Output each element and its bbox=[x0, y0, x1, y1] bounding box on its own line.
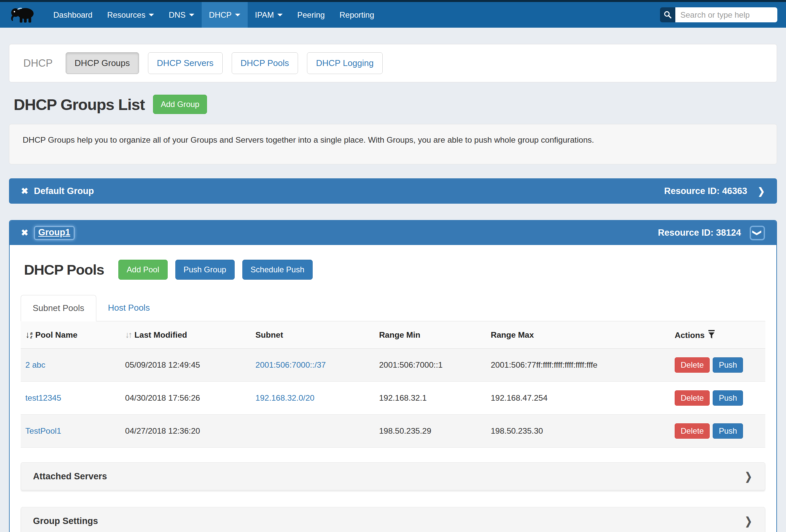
pool-name-link[interactable]: test12345 bbox=[25, 393, 61, 402]
description-panel: DHCP Groups help you to organize all of … bbox=[9, 124, 777, 164]
description-text: DHCP Groups help you to organize all of … bbox=[23, 135, 594, 144]
accordion-label: Attached Servers bbox=[33, 471, 107, 482]
header-label: Actions bbox=[675, 331, 705, 340]
group-panel-group1: ✖ Group1 Resource ID: 38124 ❯ DHCP Pools… bbox=[9, 220, 777, 532]
nav-label: Resources bbox=[107, 10, 145, 20]
delete-group-icon[interactable]: ✖ bbox=[21, 186, 28, 196]
accordion-attached-servers[interactable]: Attached Servers ❯ bbox=[21, 462, 765, 490]
tab-dhcp-servers[interactable]: DHCP Servers bbox=[148, 52, 223, 74]
range-max: 2001:506:77ff:ffff:ffff:ffff:ffff:fffe bbox=[491, 360, 597, 369]
nav-item-peering[interactable]: Peering bbox=[290, 2, 332, 28]
resource-id-label: Resource ID: 46363 bbox=[664, 186, 747, 196]
tab-dhcp-groups[interactable]: DHCP Groups bbox=[66, 52, 139, 74]
group-header-group1[interactable]: ✖ Group1 Resource ID: 38124 ❯ bbox=[10, 221, 776, 245]
pool-name-link[interactable]: 2 abc bbox=[25, 360, 45, 369]
accordion-group-settings[interactable]: Group Settings ❯ bbox=[21, 507, 765, 532]
dhcp-subnav-panel: DHCP DHCP Groups DHCP Servers DHCP Pools… bbox=[9, 44, 777, 82]
table-row: test12345 04/30/2018 17:56:26 192.168.32… bbox=[21, 381, 765, 415]
nav-item-dns[interactable]: DNS bbox=[161, 2, 202, 28]
resource-id-label: Resource ID: 38124 bbox=[658, 228, 741, 238]
tab-dhcp-logging[interactable]: DHCP Logging bbox=[307, 52, 383, 74]
chevron-right-icon: ❯ bbox=[745, 515, 752, 527]
header-last-modified[interactable]: ↓↑Last Modified bbox=[120, 321, 251, 349]
nav-item-dhcp[interactable]: DHCP bbox=[202, 2, 248, 28]
delete-group-icon[interactable]: ✖ bbox=[21, 228, 28, 238]
delete-button[interactable]: Delete bbox=[675, 390, 710, 406]
pools-table: ↓azPool Name ↓↑Last Modified Subnet Rang… bbox=[21, 321, 765, 448]
nav-label: DHCP bbox=[209, 10, 232, 20]
mammoth-logo[interactable] bbox=[9, 5, 38, 25]
nav-item-dashboard[interactable]: Dashboard bbox=[46, 2, 100, 28]
search-input[interactable] bbox=[675, 7, 777, 22]
header-label: Subnet bbox=[255, 330, 283, 339]
last-modified: 04/30/2018 17:56:26 bbox=[125, 393, 200, 402]
header-subnet: Subnet bbox=[251, 321, 374, 349]
title-row: DHCP Groups List Add Group bbox=[9, 95, 777, 114]
push-group-button[interactable]: Push Group bbox=[175, 260, 235, 280]
pools-title: DHCP Pools bbox=[24, 262, 104, 278]
chevron-down-icon bbox=[189, 14, 194, 16]
header-label: Last Modified bbox=[134, 330, 187, 339]
table-header-row: ↓azPool Name ↓↑Last Modified Subnet Rang… bbox=[21, 321, 765, 349]
header-actions: Actions bbox=[670, 321, 765, 349]
nav-item-reporting[interactable]: Reporting bbox=[332, 2, 382, 28]
last-modified: 04/27/2018 12:36:20 bbox=[125, 426, 200, 435]
range-min: 198.50.235.29 bbox=[379, 426, 431, 435]
add-pool-button[interactable]: Add Pool bbox=[118, 260, 167, 280]
subnet-link[interactable]: 2001:506:7000::/37 bbox=[255, 360, 326, 369]
tab-host-pools[interactable]: Host Pools bbox=[96, 295, 162, 321]
row-actions: Delete Push bbox=[675, 423, 761, 439]
range-min: 2001:506:7000::1 bbox=[379, 360, 443, 369]
nav-label: IPAM bbox=[255, 10, 274, 20]
main-navbar: Dashboard Resources DNS DHCP IPAM Peerin… bbox=[0, 2, 786, 28]
header-range-min: Range Min bbox=[374, 321, 486, 349]
group-bar-right: Resource ID: 38124 ❯ bbox=[658, 226, 765, 240]
range-max: 198.50.235.30 bbox=[491, 426, 543, 435]
chevron-down-icon bbox=[235, 14, 240, 16]
table-row: TestPool1 04/27/2018 12:36:20 198.50.235… bbox=[21, 415, 765, 448]
delete-button[interactable]: Delete bbox=[675, 423, 710, 439]
nav-label: Dashboard bbox=[53, 10, 92, 20]
push-button[interactable]: Push bbox=[713, 390, 743, 406]
header-label: Range Min bbox=[379, 330, 420, 339]
collapse-toggle[interactable]: ❯ bbox=[750, 226, 765, 240]
search-icon[interactable] bbox=[660, 7, 675, 22]
delete-button[interactable]: Delete bbox=[675, 357, 710, 373]
header-pool-name[interactable]: ↓azPool Name bbox=[21, 321, 120, 349]
group-name-link[interactable]: Group1 bbox=[34, 226, 75, 240]
accordion-label: Group Settings bbox=[33, 516, 98, 526]
section-label: DHCP bbox=[23, 57, 53, 69]
group-bar-right: Resource ID: 46363 ❯ bbox=[664, 186, 765, 196]
nav-item-ipam[interactable]: IPAM bbox=[248, 2, 290, 28]
sort-alpha-icon[interactable]: ↓az bbox=[25, 330, 33, 340]
group-bar-default-group[interactable]: ✖ Default Group Resource ID: 46363 ❯ bbox=[9, 178, 777, 204]
nav-label: DNS bbox=[169, 10, 186, 20]
chevron-down-icon: ❯ bbox=[752, 230, 762, 236]
nav-items: Dashboard Resources DNS DHCP IPAM Peerin… bbox=[46, 2, 382, 28]
schedule-push-button[interactable]: Schedule Push bbox=[242, 260, 313, 280]
sort-icon[interactable]: ↓↑ bbox=[125, 330, 131, 340]
chevron-down-icon bbox=[149, 14, 154, 16]
chevron-right-icon: ❯ bbox=[745, 470, 752, 483]
header-range-max: Range Max bbox=[486, 321, 670, 349]
subnet-link[interactable]: 192.168.32.0/20 bbox=[255, 393, 314, 402]
tab-dhcp-pools[interactable]: DHCP Pools bbox=[232, 52, 298, 74]
filter-icon[interactable] bbox=[708, 330, 715, 339]
range-max: 192.168.47.254 bbox=[491, 393, 547, 402]
nav-label: Peering bbox=[297, 10, 325, 20]
table-row: 2 abc 05/09/2018 12:49:45 2001:506:7000:… bbox=[21, 349, 765, 381]
pools-header: DHCP Pools Add Pool Push Group Schedule … bbox=[21, 260, 765, 280]
push-button[interactable]: Push bbox=[713, 423, 743, 439]
header-label: Range Max bbox=[491, 330, 534, 339]
push-button[interactable]: Push bbox=[713, 357, 743, 373]
chevron-right-icon[interactable]: ❯ bbox=[758, 186, 765, 196]
row-actions: Delete Push bbox=[675, 357, 761, 373]
chevron-down-icon bbox=[277, 14, 283, 16]
range-min: 192.168.32.1 bbox=[379, 393, 427, 402]
pool-name-link[interactable]: TestPool1 bbox=[25, 426, 61, 435]
nav-item-resources[interactable]: Resources bbox=[100, 2, 161, 28]
global-search bbox=[660, 7, 777, 22]
group-name: Default Group bbox=[34, 186, 94, 196]
tab-subnet-pools[interactable]: Subnet Pools bbox=[21, 295, 96, 321]
add-group-button[interactable]: Add Group bbox=[153, 95, 207, 114]
